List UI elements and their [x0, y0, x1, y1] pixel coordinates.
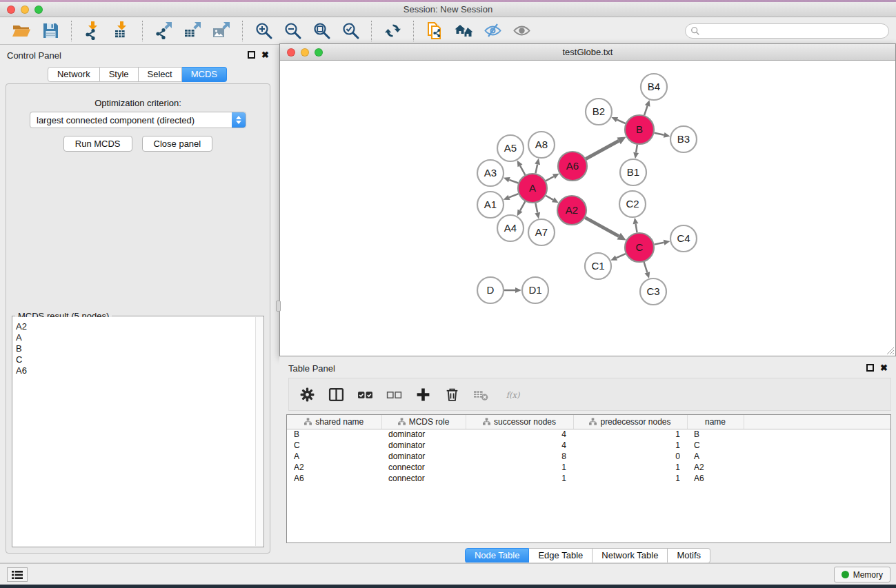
table-cell[interactable]: 1 — [573, 473, 687, 484]
table-cell[interactable]: 1 — [573, 429, 687, 440]
table-close-panel-icon[interactable]: ✖ — [880, 364, 888, 372]
search-input[interactable] — [704, 26, 884, 36]
network-zoom-button[interactable] — [315, 48, 323, 57]
close-panel-icon[interactable]: ✖ — [261, 51, 269, 59]
copy-style-button[interactable] — [420, 19, 449, 43]
table-cell[interactable]: 1 — [573, 440, 687, 451]
split-columns-button[interactable] — [327, 385, 345, 403]
zoom-fit-button[interactable] — [307, 19, 336, 43]
deselect-all-checkboxes-button[interactable] — [385, 385, 403, 403]
graph-node-A8[interactable]: A8 — [528, 132, 555, 158]
panel-splitter-handle[interactable] — [276, 301, 281, 312]
graph-node-A3[interactable]: A3 — [477, 160, 504, 186]
graph-node-D[interactable]: D — [477, 277, 504, 303]
minimize-window-button[interactable] — [21, 6, 29, 14]
memory-button[interactable]: Memory — [834, 567, 890, 582]
criterion-dropdown[interactable]: largest connected component (directed) — [30, 112, 246, 128]
column-header-shared-name[interactable]: shared name — [287, 415, 381, 429]
table-row[interactable]: A6connector11A6 — [287, 473, 890, 484]
graph-node-C4[interactable]: C4 — [670, 225, 697, 252]
import-table-button[interactable] — [107, 19, 136, 43]
network-close-button[interactable] — [287, 48, 295, 57]
show-selected-button[interactable] — [507, 19, 536, 43]
column-header-MCDS-role[interactable]: MCDS role — [381, 415, 466, 429]
table-cell[interactable]: connector — [381, 462, 466, 473]
run-mcds-button[interactable]: Run MCDS — [63, 136, 132, 152]
resize-grip-icon[interactable] — [885, 345, 895, 355]
graph-node-C3[interactable]: C3 — [640, 278, 666, 305]
table-cell[interactable]: dominator — [381, 429, 466, 440]
graph-node-B1[interactable]: B1 — [620, 159, 646, 185]
table-row[interactable]: Adominator80A — [287, 451, 890, 462]
tab-network-table[interactable]: Network Table — [593, 548, 668, 563]
table-cell[interactable]: 1 — [466, 473, 573, 484]
mcds-result-scrollbar[interactable] — [255, 317, 263, 546]
export-network-button[interactable] — [149, 19, 178, 43]
column-header-name[interactable]: name — [687, 415, 744, 429]
mcds-result-item[interactable]: A2 — [13, 321, 255, 332]
select-all-checkboxes-button[interactable] — [356, 385, 374, 403]
graph-node-C[interactable]: C — [625, 233, 654, 262]
graph-node-B2[interactable]: B2 — [586, 99, 612, 125]
table-cell[interactable]: dominator — [381, 440, 466, 451]
table-cell[interactable]: 8 — [466, 451, 573, 462]
graph-node-D1[interactable]: D1 — [522, 277, 548, 303]
tab-mcds[interactable]: MCDS — [182, 67, 227, 82]
column-header-successor-nodes[interactable]: successor nodes — [466, 415, 573, 429]
tab-style[interactable]: Style — [100, 67, 139, 82]
table-cell[interactable]: A2 — [287, 462, 381, 473]
table-cell[interactable]: A2 — [687, 462, 744, 473]
table-row[interactable]: Bdominator41B — [287, 429, 890, 440]
tab-motifs[interactable]: Motifs — [668, 548, 710, 563]
network-canvas[interactable]: B4B2BB3B1A5A8A6A3AA1A2A4A7C2C4CC1C3DD1 — [280, 61, 895, 356]
table-cell[interactable]: C — [287, 440, 381, 451]
mcds-result-item[interactable]: A6 — [13, 365, 255, 376]
table-settings-gear-button[interactable] — [298, 385, 316, 403]
table-cell[interactable]: 4 — [466, 429, 573, 440]
table-cell[interactable]: 0 — [573, 451, 687, 462]
tab-node-table[interactable]: Node Table — [465, 548, 530, 563]
table-cell[interactable]: 4 — [466, 440, 573, 451]
task-history-button[interactable] — [7, 567, 28, 582]
table-row[interactable]: A2connector11A2 — [287, 462, 890, 473]
table-cell[interactable]: 1 — [573, 462, 687, 473]
zoom-in-button[interactable] — [249, 19, 278, 43]
graph-node-A[interactable]: A — [518, 174, 547, 203]
zoom-window-button[interactable] — [34, 6, 43, 14]
add-column-button[interactable] — [414, 385, 432, 403]
float-panel-icon[interactable] — [248, 51, 255, 59]
table-cell[interactable]: A6 — [687, 473, 744, 484]
graph-node-B4[interactable]: B4 — [641, 74, 667, 100]
home-view-button[interactable] — [449, 19, 478, 43]
table-cell[interactable]: dominator — [381, 451, 466, 462]
import-network-button[interactable] — [78, 19, 107, 43]
tab-edge-table[interactable]: Edge Table — [529, 548, 593, 563]
zoom-selected-button[interactable] — [336, 19, 365, 43]
refresh-layout-button[interactable] — [378, 19, 407, 43]
delete-column-button[interactable] — [443, 385, 461, 403]
graph-node-C2[interactable]: C2 — [619, 191, 646, 217]
mcds-result-list[interactable]: A2ABCA6 — [13, 317, 255, 546]
table-cell[interactable]: A6 — [287, 473, 381, 484]
graph-node-B3[interactable]: B3 — [670, 126, 697, 152]
graph-node-B[interactable]: B — [625, 115, 654, 144]
export-table-button[interactable] — [178, 19, 207, 43]
close-window-button[interactable] — [7, 6, 15, 14]
table-cell[interactable]: connector — [381, 473, 466, 484]
table-cell[interactable]: 1 — [466, 462, 573, 473]
save-session-button[interactable] — [36, 19, 65, 43]
graph-node-A1[interactable]: A1 — [477, 192, 504, 218]
table-cell[interactable]: B — [687, 429, 744, 440]
table-cell[interactable]: B — [287, 429, 381, 440]
search-field[interactable] — [685, 23, 889, 39]
open-folder-button[interactable] — [7, 19, 36, 43]
tab-select[interactable]: Select — [139, 67, 182, 82]
graph-node-A5[interactable]: A5 — [497, 135, 524, 161]
network-minimize-button[interactable] — [301, 48, 309, 57]
graph-node-A6[interactable]: A6 — [558, 152, 587, 181]
graph-node-A2[interactable]: A2 — [557, 196, 586, 225]
graph-node-A4[interactable]: A4 — [497, 215, 524, 241]
table-float-panel-icon[interactable] — [866, 364, 874, 372]
mcds-result-item[interactable]: A — [13, 332, 255, 343]
column-header-predecessor-nodes[interactable]: predecessor nodes — [573, 415, 687, 429]
